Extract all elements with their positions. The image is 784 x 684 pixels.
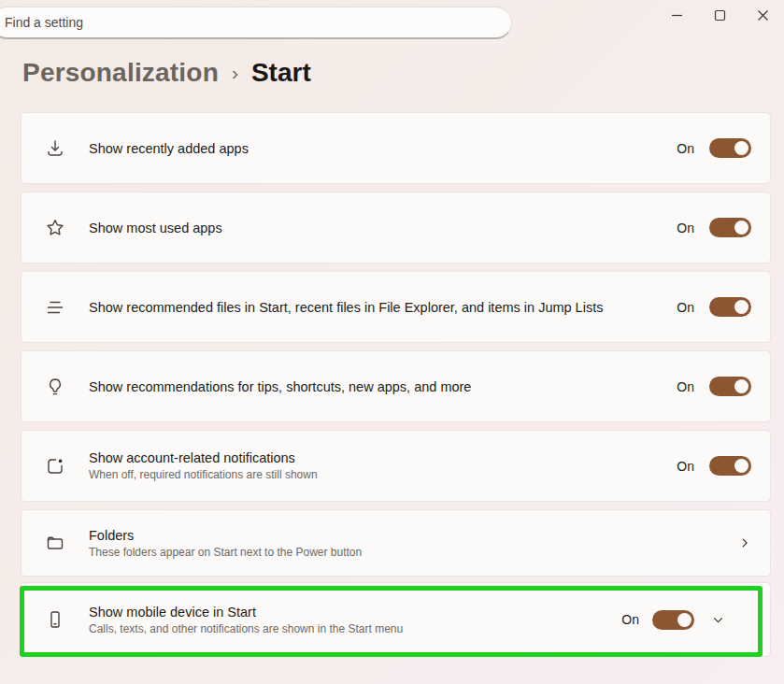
setting-title: Show recently added apps — [89, 141, 665, 156]
search-input[interactable] — [5, 15, 461, 30]
toggle-state-label: On — [621, 612, 639, 627]
breadcrumb-personalization[interactable]: Personalization — [22, 58, 219, 88]
settings-list: Show recently added apps On Show most us… — [21, 112, 771, 657]
page-title: Start — [251, 58, 311, 88]
breadcrumb: Personalization › Start — [22, 58, 311, 88]
star-icon — [21, 217, 89, 239]
recommendations-tips-toggle[interactable] — [709, 377, 751, 396]
setting-title: Show most used apps — [89, 221, 665, 235]
lightbulb-icon — [21, 376, 89, 398]
chevron-right-icon — [738, 536, 751, 549]
toggle-state-label: On — [677, 379, 694, 394]
phone-icon — [21, 608, 89, 631]
toggle-state-label: On — [677, 459, 694, 474]
maximize-icon — [714, 9, 726, 21]
setting-subtitle: Calls, texts, and other notifications ar… — [89, 622, 610, 635]
breadcrumb-separator-icon: › — [232, 62, 238, 84]
account-notifications-toggle[interactable] — [709, 456, 751, 476]
account-notification-icon — [21, 455, 89, 477]
setting-row-recommendations-tips: Show recommendations for tips, shortcuts… — [21, 350, 771, 422]
setting-subtitle: These folders appear on Start next to th… — [89, 546, 727, 559]
most-used-apps-toggle[interactable] — [709, 218, 751, 237]
recent-lines-icon — [21, 296, 89, 319]
folder-icon — [21, 532, 89, 554]
recently-added-apps-toggle[interactable] — [709, 138, 751, 158]
search-field[interactable] — [0, 7, 512, 39]
minimize-icon — [671, 9, 683, 21]
show-mobile-device-toggle[interactable] — [652, 610, 694, 630]
setting-title: Show account-related notifications — [89, 450, 665, 465]
setting-row-most-used-apps: Show most used apps On — [21, 192, 771, 264]
setting-title: Show mobile device in Start — [89, 605, 610, 620]
toggle-state-label: On — [677, 300, 694, 315]
setting-title: Show recommended files in Start, recent … — [89, 300, 665, 315]
setting-row-recently-added-apps: Show recently added apps On — [21, 112, 771, 184]
setting-row-folders[interactable]: Folders These folders appear on Start ne… — [21, 509, 771, 577]
setting-subtitle: When off, required notifications are sti… — [89, 468, 665, 481]
window-controls — [655, 0, 784, 30]
minimize-button[interactable] — [655, 0, 698, 30]
maximize-button[interactable] — [698, 0, 741, 30]
download-icon — [21, 137, 89, 160]
setting-row-recommended-files: Show recommended files in Start, recent … — [21, 271, 771, 343]
setting-row-account-notifications: Show account-related notifications When … — [21, 430, 771, 502]
setting-title: Show recommendations for tips, shortcuts… — [89, 379, 665, 394]
setting-title: Folders — [89, 528, 727, 543]
toggle-state-label: On — [677, 221, 694, 235]
close-button[interactable] — [741, 0, 784, 30]
chevron-down-icon[interactable] — [711, 613, 725, 627]
toggle-state-label: On — [677, 141, 694, 156]
setting-row-show-mobile-device[interactable]: Show mobile device in Start Calls, texts… — [21, 582, 771, 657]
recommended-files-toggle[interactable] — [709, 297, 751, 317]
close-icon — [757, 9, 769, 21]
